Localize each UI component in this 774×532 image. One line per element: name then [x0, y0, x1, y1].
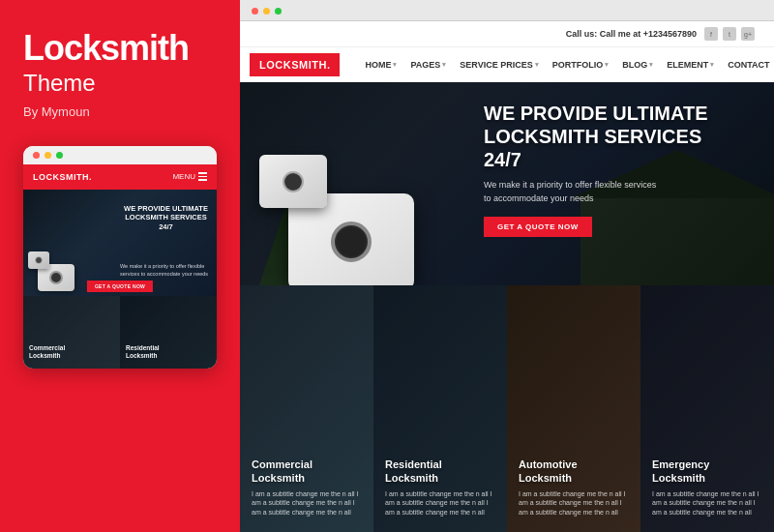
app-subtitle: Theme [23, 70, 96, 97]
service-title-emergency: Emergency Locksmith [652, 458, 766, 486]
right-panel: Call us: Call me at +1234567890 f t g+ L… [240, 0, 774, 532]
service-card-commercial: Commercial Locksmith I am a subtitle cha… [240, 285, 373, 532]
mobile-cta-button[interactable]: GET A QUOTE NOW [87, 281, 153, 292]
camera-lens-small [35, 256, 43, 264]
chevron-icon: ▾ [393, 61, 397, 69]
service-title-residential: Residential Locksmith [385, 458, 499, 486]
camera-lens-large [49, 271, 63, 284]
mobile-hero-description: We make it a priority to offer flexible … [120, 263, 212, 278]
hamburger-icon [198, 172, 207, 181]
hero-content: WE PROVIDE ULTIMATE LOCKSMITH SERVICES 2… [484, 102, 755, 237]
nav-item-home[interactable]: HOME ▾ [359, 56, 402, 74]
dot-yellow [45, 152, 51, 159]
browser-dot-yellow [263, 8, 270, 15]
site-hero: WE PROVIDE ULTIMATE LOCKSMITH SERVICES 2… [240, 82, 774, 285]
service-card-automotive: Automotive Locksmith I am a subtitle cha… [507, 285, 640, 532]
chevron-icon: ▾ [535, 61, 539, 69]
service-title-automotive: Automotive Locksmith [519, 458, 633, 486]
services-section: Commercial Locksmith I am a subtitle cha… [240, 285, 774, 532]
camera-body-small [28, 251, 49, 269]
chevron-icon: ▾ [710, 61, 714, 69]
nav-item-portfolio[interactable]: PORTFOLIO ▾ [547, 56, 615, 74]
browser-dot-red [252, 8, 258, 15]
service-sub-emergency: I am a subtitle change me the n all I am… [652, 489, 766, 517]
service-sub-commercial: I am a subtitle change me the n all I am… [252, 489, 366, 517]
nav-item-element[interactable]: ELEMENT ▾ [661, 56, 720, 74]
mobile-service-title-1: Residential Locksmith [126, 344, 160, 361]
mobile-logo: LOCKSMITH. [33, 172, 92, 182]
nav-item-service-prices[interactable]: SERVICE PRICES ▾ [454, 56, 544, 74]
mobile-service-title-0: Commercial Locksmith [29, 344, 65, 361]
browser-chrome [240, 0, 774, 21]
site-nav-bar: LOCKSMITH. HOME ▾ PAGES ▾ SERVICE PRICES… [240, 47, 774, 82]
mobile-preview: LOCKSMITH. MENU WE [23, 146, 217, 369]
mobile-service-item-0: Commercial Locksmith [23, 296, 120, 369]
nav-item-blog[interactable]: BLOG ▾ [616, 56, 659, 74]
site-topbar: Call us: Call me at +1234567890 f t g+ [240, 21, 774, 47]
app-title: Locksmith [23, 29, 189, 68]
googleplus-icon[interactable]: g+ [741, 27, 755, 41]
browser-content: Call us: Call me at +1234567890 f t g+ L… [240, 21, 774, 532]
hero-camera [288, 193, 414, 285]
twitter-icon[interactable]: t [723, 27, 736, 41]
nav-item-pages[interactable]: PAGES ▾ [404, 56, 452, 74]
chevron-icon: ▾ [605, 61, 609, 69]
mobile-hero: WE PROVIDE ULTIMATE LOCKSMITH SERVICES 2… [23, 190, 217, 296]
service-sub-residential: I am a subtitle change me the n all I am… [385, 489, 499, 517]
mobile-menu-label: MENU [172, 172, 195, 181]
site-nav-items: HOME ▾ PAGES ▾ SERVICE PRICES ▾ PORTFOLI… [359, 56, 774, 74]
social-icons: f t g+ [704, 27, 755, 41]
hero-cta-button[interactable]: GET A QUOTE NOW [484, 217, 592, 237]
hero-title: WE PROVIDE ULTIMATE LOCKSMITH SERVICES 2… [484, 102, 755, 171]
phone-number: Call me at +1234567890 [600, 29, 697, 39]
service-card-emergency: Emergency Locksmith I am a subtitle chan… [640, 285, 774, 532]
mobile-services-grid: Commercial Locksmith Residential Locksmi… [23, 296, 217, 369]
mobile-header: LOCKSMITH. MENU [23, 164, 217, 190]
app-by: By Mymoun [23, 104, 90, 119]
mobile-hero-title: WE PROVIDE ULTIMATE LOCKSMITH SERVICES 2… [120, 204, 212, 232]
hero-description: We make it a priority to offer flexible … [484, 179, 716, 205]
chevron-icon: ▾ [649, 61, 653, 69]
mobile-camera-visual [28, 238, 86, 296]
service-sub-automotive: I am a subtitle change me the n all I am… [519, 489, 633, 517]
site-topbar-call: Call us: Call me at +1234567890 [566, 29, 697, 39]
nav-item-contact[interactable]: CONTACT [722, 56, 774, 74]
hero-camera-small-lens [283, 171, 304, 192]
hero-camera-lens [331, 222, 372, 262]
dot-green [56, 152, 63, 159]
browser-dot-green [275, 8, 282, 15]
service-card-residential: Residential Locksmith I am a subtitle ch… [373, 285, 507, 532]
dot-red [33, 152, 40, 159]
mobile-browser-dots [23, 146, 217, 164]
left-panel: Locksmith Theme By Mymoun LOCKSMITH. MEN… [0, 0, 240, 532]
call-label: Call us: [566, 29, 598, 39]
hero-camera-small [259, 155, 327, 208]
mobile-menu: MENU [172, 172, 207, 181]
facebook-icon[interactable]: f [704, 27, 718, 41]
service-title-commercial: Commercial Locksmith [252, 458, 366, 486]
chevron-icon: ▾ [442, 61, 446, 69]
site-logo-desktop[interactable]: LOCKSMITH. [250, 53, 340, 76]
mobile-service-item-1: Residential Locksmith [120, 296, 217, 369]
